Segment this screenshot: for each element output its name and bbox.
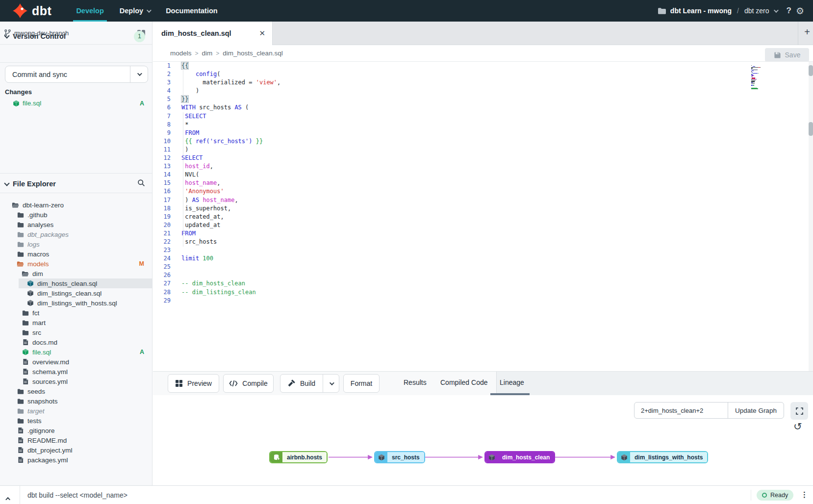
tree-item-label: analyses [27,221,53,228]
lineage-node-label: airbnb.hosts [282,452,327,462]
tree-item-dim-listings-clean-sql[interactable]: dim_listings_clean.sql [0,288,152,298]
tree-item-logs[interactable]: logs [0,239,152,249]
tree-item-tests[interactable]: tests [0,416,152,426]
build-button[interactable]: Build [280,375,323,392]
divider [496,372,497,395]
model-cube-icon [0,100,20,107]
settings-gear-icon[interactable]: ⚙ [796,5,804,17]
line-number: 20 [153,221,171,229]
tree-item-label: packages.yml [27,456,68,464]
dbt-logo[interactable]: dbt [13,3,51,18]
code-line: 6WITH src_hosts AS ( [153,103,813,112]
new-tab-plus-icon[interactable]: + [804,26,810,38]
scrollbar-mark[interactable] [809,122,813,136]
environment-chevron-icon[interactable] [774,8,779,13]
code-line: 3 materialized = 'view', [153,78,813,87]
compile-button[interactable]: Compile [223,374,274,393]
commit-options-dropdown[interactable] [130,66,148,82]
breadcrumb-item[interactable]: dim [202,50,213,57]
code-line: 25 [153,263,813,271]
collapse-panel-icon[interactable] [7,494,10,503]
tree-item-file-sql[interactable]: file.sqlA [0,347,152,357]
folder-icon [17,418,24,424]
help-icon[interactable]: ? [787,6,791,16]
tree-item-dim-hosts-clean-sql[interactable]: dim_hosts_clean.sql [0,278,152,288]
tree-item-target[interactable]: target [0,406,152,416]
command-input[interactable]: dbt build --select <model_name> [27,491,127,499]
nav-item-documentation[interactable]: Documentation [158,0,226,22]
commit-and-sync-button[interactable]: Commit and sync [5,66,148,83]
tab-compiled-code[interactable]: Compiled Code [440,378,488,386]
nav-item-label: Documentation [166,7,218,15]
tree-item-sources-yml[interactable]: sources.yml [0,377,152,386]
line-number: 9 [153,129,171,137]
tree-item-docs-md[interactable]: docs.md [0,337,152,347]
tab-results[interactable]: Results [404,378,427,386]
project-name[interactable]: dbt Learn - mwong [670,7,732,15]
tree-item-schema-yml[interactable]: schema.yml [0,367,152,377]
format-button[interactable]: Format [343,374,380,393]
version-control-header[interactable]: Version Control 1 [0,27,152,45]
code-editor[interactable]: 1{{2 config(3 materialized = 'view',4 )5… [153,62,813,371]
code-line: 12SELECT [153,154,813,162]
tree-item-dbt-packages[interactable]: dbt_packages [0,229,152,239]
tree-item-dim[interactable]: dim [0,269,152,278]
file-icon [17,427,24,434]
tree-item-analyses[interactable]: analyses [0,220,152,229]
build-options-dropdown[interactable] [323,375,339,392]
code-icon [229,380,238,387]
search-icon[interactable] [137,179,145,189]
cube-teal-icon [26,280,34,287]
tab-lineage[interactable]: Lineage [500,378,524,386]
nav-item-develop[interactable]: Develop [68,0,111,22]
changed-file-row[interactable]: file.sqlA [0,98,152,108]
line-number: 1 [153,62,171,70]
folder-icon [17,212,24,218]
tree-item-dbt-learn-zero[interactable]: dbt-learn-zero [0,200,152,210]
tree-item-dbt-project-yml[interactable]: dbt_project.yml [0,445,152,455]
scrollbar-mark[interactable] [809,65,813,76]
lineage-node-dim-hosts-clean[interactable]: dim_hosts_clean [484,451,555,463]
preview-label: Preview [187,379,212,387]
tree-item-mart[interactable]: mart [0,318,152,328]
save-button[interactable]: Save [765,48,809,62]
kebab-menu-icon[interactable]: ⋮ [801,490,808,499]
lineage-node-src-hosts[interactable]: src_hosts [374,451,425,463]
editor-minimap[interactable] [751,65,782,95]
preview-button[interactable]: Preview [168,374,219,393]
tree-item-dim-listings-with-hosts-sql[interactable]: dim_listings_with_hosts.sql [0,298,152,308]
environment-name[interactable]: dbt zero [744,7,769,15]
tree-item-snapshots[interactable]: snapshots [0,396,152,406]
tree-item-packages-yml[interactable]: packages.yml [0,455,152,465]
tree-item-label: macros [27,251,49,258]
file-explorer-header[interactable]: File Explorer [0,175,152,193]
tree-item-fct[interactable]: fct [0,308,152,318]
tab-dim-hosts-clean[interactable]: dim_hosts_clean.sql ✕ [153,22,273,45]
close-icon[interactable]: ✕ [259,29,265,38]
editor-scrollbar[interactable] [809,62,813,371]
dbt-logo-icon [13,3,27,18]
tree-item-src[interactable]: src [0,328,152,337]
tree-item-label: mart [32,319,46,327]
code-line: 2 config( [153,70,813,78]
tree-item-label: seeds [27,388,45,395]
tree-item-overview-md[interactable]: overview.md [0,357,152,367]
tree-item-seeds[interactable]: seeds [0,386,152,396]
lineage-node-airbnb-hosts[interactable]: airbnb.hosts [269,451,328,463]
tree-item--github[interactable]: .github [0,210,152,220]
breadcrumb-item[interactable]: models [170,50,192,57]
tree-item-readme-md[interactable]: README.md [0,435,152,445]
code-line: 20 updated_at [153,221,813,229]
tree-item-macros[interactable]: macros [0,249,152,259]
indent-guide [183,70,183,96]
tree-item-models[interactable]: modelsM [0,259,152,269]
nav-item-deploy[interactable]: Deploy [112,0,158,22]
folder-icon [17,251,24,257]
breadcrumb-item[interactable]: dim_hosts_clean.sql [223,50,282,57]
indent-guide [183,112,183,247]
minimap-line [751,88,758,89]
tree-item--gitignore[interactable]: .gitignore [0,426,152,435]
lineage-node-dim-listings-with-hosts[interactable]: dim_listings_with_hosts [617,451,708,463]
tree-item-label: dim [32,270,43,277]
line-number: 23 [153,246,171,254]
